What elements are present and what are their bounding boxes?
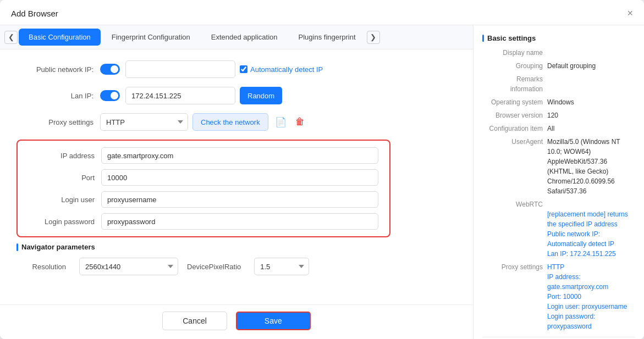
save-button[interactable]: Save [236,312,311,330]
public-network-ip-label: Public network IP: [16,65,93,74]
add-browser-dialog: Add Browser × ❮ Basic Configuration Fing… [0,0,644,339]
tab-plugins-fingerprint[interactable]: Plugins fingerprint [289,29,366,46]
proxy-type-select[interactable]: HTTP [100,113,188,131]
dialog-body: ❮ Basic Configuration Fingerprint Config… [0,25,644,339]
public-ip-toggle[interactable] [100,64,120,75]
login-user-label: Login user [29,196,95,204]
proxy-settings-info-key: Proxy settings [482,262,543,331]
dialog-header: Add Browser × [0,0,644,25]
public-network-ip-row: Public network IP: Automatically detect … [16,60,456,78]
display-name-key: Display name [482,48,543,58]
tabs-bar: ❮ Basic Configuration Fingerprint Config… [0,25,473,49]
login-user-input[interactable] [101,191,378,208]
login-user-row: Login user [29,191,378,208]
auto-detect-checkbox[interactable] [240,65,247,73]
lan-ip-label: Lan IP: [16,92,93,100]
toggle-knob [111,65,118,73]
footer-actions: Cancel Save [0,304,473,339]
auto-detect-label[interactable]: Automatically detect IP [240,65,323,74]
remarks-row: Remarks information [482,74,635,94]
login-password-label: Login password [29,218,95,226]
remarks-key: Remarks information [482,74,543,94]
lan-ip-toggle[interactable] [100,90,120,101]
lan-ip-input[interactable] [125,87,235,104]
display-name-row: Display name [482,48,635,58]
remarks-val [547,74,635,94]
main-panel: ❮ Basic Configuration Fingerprint Config… [0,25,474,339]
proxy-settings-info-val: HTTP IP address: gate.smartproxy.com Por… [547,262,635,331]
public-ip-input[interactable] [125,60,235,78]
proxy-settings-row: Proxy settings HTTP Check the network 📄 … [16,113,456,131]
browser-version-val: 120 [547,110,635,120]
port-label: Port [29,174,95,182]
tab-extended-application[interactable]: Extended application [201,29,288,46]
display-name-val [547,48,635,58]
os-row: Operating system Windows [482,97,635,107]
dpr-label: DevicePixelRatio [187,263,241,271]
config-item-val: All [547,124,635,134]
lan-toggle-knob [111,92,118,99]
trash-icon: 🗑 [295,116,305,127]
close-button[interactable]: × [627,8,633,19]
right-panel: Basic settings Display name Grouping Def… [474,25,644,339]
random-button[interactable]: Random [240,87,282,104]
login-password-row: Login password [29,213,378,230]
resolution-select[interactable]: 2560x1440 [79,258,178,275]
os-val: Windows [547,97,635,107]
tab-fingerprint-configuration[interactable]: Fingerprint Configuration [102,29,200,46]
grouping-val: Default grouping [547,61,635,71]
config-item-key: Configuration item [482,124,543,134]
port-input[interactable] [101,169,378,186]
useragent-val: Mozilla/5.0 (Windows NT 10.0; WOW64) App… [547,137,635,196]
login-password-input[interactable] [101,213,378,230]
config-item-row: Configuration item All [482,124,635,134]
proxy-settings-label: Proxy settings [16,118,93,126]
grouping-key: Grouping [482,61,543,71]
trash-icon-button[interactable]: 🗑 [293,115,307,129]
proxy-row: HTTP Check the network 📄 🗑 [100,113,307,131]
cancel-button[interactable]: Cancel [162,312,227,330]
browser-version-row: Browser version 120 [482,110,635,120]
webrtc-row: WebRTC [replacement mode] returns the sp… [482,199,635,259]
dpr-select[interactable]: 1.5 [254,258,309,275]
proxy-details-box: IP address Port Login user Login passwor… [16,140,390,237]
useragent-row: UserAgent Mozilla/5.0 (Windows NT 10.0; … [482,137,635,196]
lan-ip-row: Lan IP: Random [16,87,456,104]
file-icon-button[interactable]: 📄 [273,115,289,129]
right-divider [482,337,635,337]
webrtc-val: [replacement mode] returns the specified… [547,199,635,259]
check-network-button[interactable]: Check the network [192,113,268,131]
tab-basic-configuration[interactable]: Basic Configuration [19,29,101,46]
navigator-section-title: Navigator parameters [16,243,456,251]
port-row: Port [29,169,378,186]
tabs-left-arrow[interactable]: ❮ [4,31,18,44]
webrtc-key: WebRTC [482,199,543,259]
proxy-settings-info-row: Proxy settings HTTP IP address: gate.sma… [482,262,635,331]
os-key: Operating system [482,97,543,107]
basic-settings-title: Basic settings [482,34,635,42]
browser-version-key: Browser version [482,110,543,120]
content-area: Public network IP: Automatically detect … [0,49,473,304]
ip-address-input[interactable] [101,147,378,164]
grouping-row: Grouping Default grouping [482,61,635,71]
navigator-row: Resolution 2560x1440 DevicePixelRatio 1.… [16,258,456,275]
file-icon: 📄 [275,117,287,127]
dialog-title: Add Browser [11,9,58,18]
resolution-label: Resolution [16,263,66,271]
useragent-key: UserAgent [482,137,543,196]
ip-address-row: IP address [29,147,378,164]
auto-detect-text: Automatically detect IP [250,65,323,74]
tabs-right-arrow[interactable]: ❯ [367,31,380,44]
ip-address-label: IP address [29,152,95,160]
